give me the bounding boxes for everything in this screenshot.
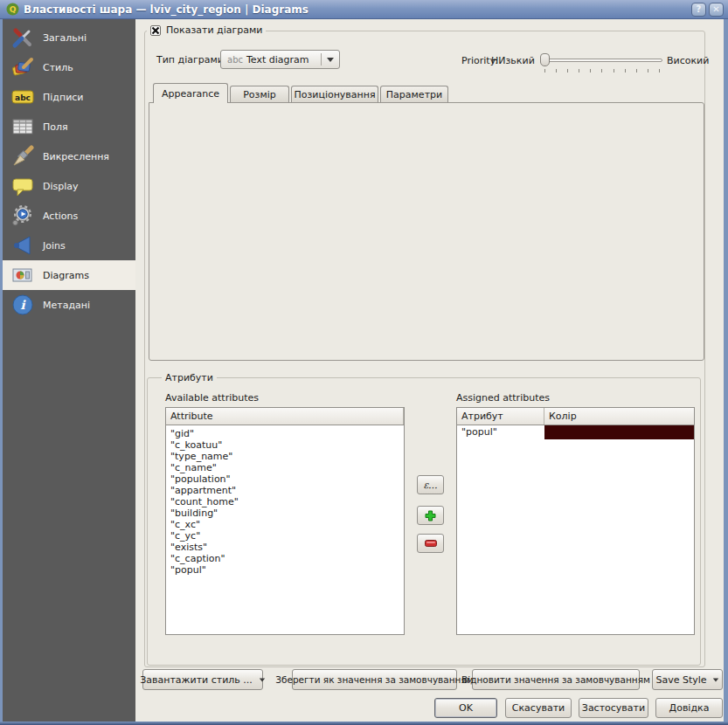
cancel-button[interactable]: Скасувати <box>505 698 572 718</box>
svg-text:abc: abc <box>15 93 31 102</box>
sidebar: Загальні Стиль abc Підписи <box>3 19 135 722</box>
attribute-row[interactable]: "c_name" <box>166 462 404 473</box>
table-icon <box>10 114 36 139</box>
titlebar: Q Властивості шара — lviv_city_region | … <box>0 0 728 19</box>
sidebar-item-label: Метадані <box>43 300 90 311</box>
available-attributes-label: Available attributes <box>165 392 259 404</box>
load-style-label: Завантажити стиль ... <box>140 674 253 686</box>
window-close-button[interactable]: ✕ <box>709 3 724 17</box>
attribute-row[interactable]: "c_yc" <box>166 530 404 542</box>
paintbrush-icon <box>10 55 36 79</box>
ok-button[interactable]: OK <box>434 698 497 718</box>
attribute-row[interactable]: "type_name" <box>166 451 404 462</box>
diagram-type-value: Text diagram <box>246 54 321 66</box>
tab-label: Розмір <box>243 89 276 100</box>
priority-slider-handle[interactable] <box>540 53 550 66</box>
diagram-type-combobox[interactable]: abc Text diagram <box>220 50 340 69</box>
available-attributes-table: Attribute "gid" "c_koatuu" "type_name" "… <box>165 407 405 635</box>
window-frame-bottom <box>0 722 728 725</box>
sidebar-item-label: Загальні <box>43 32 87 44</box>
checkbox-checked-icon <box>150 25 161 36</box>
help-button[interactable]: Довідка <box>655 698 723 718</box>
attribute-row[interactable]: "exists" <box>166 542 404 553</box>
tab-pozytsionuvannia[interactable]: Позиціонування <box>291 86 378 103</box>
attribute-row[interactable]: "popul" <box>166 564 404 576</box>
attribute-row[interactable]: "appartment" <box>166 485 404 496</box>
priority-slider-ticks <box>544 69 660 72</box>
diagrams-page: Показати діаграми Тип діаграми abc Text … <box>135 19 724 722</box>
assigned-color-cell[interactable] <box>544 425 694 439</box>
sidebar-item-display[interactable]: Display <box>3 171 135 201</box>
sidebar-item-label: Joins <box>43 240 66 252</box>
sidebar-item-pidpysy[interactable]: abc Підписи <box>3 82 135 112</box>
sidebar-item-label: Diagrams <box>43 270 89 281</box>
save-style-button[interactable]: Save Style <box>652 669 723 690</box>
sidebar-item-label: Стиль <box>43 62 73 73</box>
window-title: Властивості шара — lviv_city_region | Di… <box>24 3 689 16</box>
sidebar-item-joins[interactable]: Joins <box>3 231 135 260</box>
sidebar-item-metadani[interactable]: i Метадані <box>3 290 135 320</box>
gear-play-icon <box>10 204 36 228</box>
sidebar-item-label: Викреслення <box>43 151 109 162</box>
qgis-logo-icon: Q <box>6 3 19 16</box>
sidebar-item-label: Поля <box>43 121 68 133</box>
attribute-row[interactable]: "c_xc" <box>166 519 404 530</box>
sidebar-item-actions[interactable]: Actions <box>3 201 135 231</box>
tab-label: Appearance <box>162 88 219 100</box>
svg-text:Q: Q <box>10 5 17 14</box>
assigned-table-header: Атрибут Колір <box>457 408 694 425</box>
add-attribute-button[interactable] <box>417 506 444 525</box>
chevron-down-icon <box>260 678 265 681</box>
attribute-row[interactable]: "gid" <box>166 428 404 439</box>
save-style-label: Save Style <box>655 674 706 686</box>
layer-properties-dialog: Q Властивості шара — lviv_city_region | … <box>0 0 728 725</box>
save-as-default-button[interactable]: Зберегти як значення за замовчуванням <box>292 669 457 690</box>
attribute-column-header[interactable]: Attribute <box>166 408 404 425</box>
sidebar-item-vykreslennia[interactable]: Викреслення <box>3 142 135 171</box>
attribute-row[interactable]: "population" <box>166 473 404 485</box>
sidebar-item-styl[interactable]: Стиль <box>3 52 135 82</box>
available-table-body: "gid" "c_koatuu" "type_name" "c_name" "p… <box>166 425 404 576</box>
priority-low-label: НИзький <box>491 55 535 66</box>
color-column-header[interactable]: Колір <box>544 408 694 425</box>
restore-default-button[interactable]: Відновити значення за замовчуванням <box>472 669 640 690</box>
sidebar-item-label: Display <box>43 181 79 192</box>
expression-button[interactable]: ε... <box>417 475 444 494</box>
attribute-row[interactable]: "c_caption" <box>166 553 404 564</box>
sidebar-item-diagrams[interactable]: Diagrams <box>3 260 135 290</box>
sidebar-item-zahalni[interactable]: Загальні <box>3 23 135 52</box>
available-table-header: Attribute <box>166 408 404 425</box>
appearance-tab-panel <box>149 102 704 361</box>
attribute-row[interactable]: "building" <box>166 508 404 519</box>
minus-icon <box>425 540 437 547</box>
show-diagrams-label: Показати діаграми <box>166 24 262 36</box>
attribute-row[interactable]: "c_koatuu" <box>166 439 404 451</box>
priority-slider[interactable] <box>542 59 662 62</box>
chevron-down-icon <box>712 678 718 681</box>
join-arrow-icon <box>10 233 36 258</box>
tab-appearance[interactable]: Appearance <box>153 83 228 103</box>
tab-label: Параметри <box>386 89 442 100</box>
tab-parametry[interactable]: Параметри <box>380 86 448 103</box>
diagram-type-label: Тип діаграми <box>156 54 224 66</box>
assigned-attribute-cell[interactable]: "popul" <box>457 425 544 439</box>
plus-icon <box>425 510 436 521</box>
diagram-chart-icon <box>10 263 36 287</box>
sidebar-item-polia[interactable]: Поля <box>3 112 135 142</box>
tools-icon <box>10 25 36 50</box>
window-help-button[interactable]: ? <box>691 3 706 17</box>
assigned-attributes-label: Assigned attributes <box>456 392 550 404</box>
assigned-attributes-table: Атрибут Колір "popul" <box>456 407 695 635</box>
attribute-row[interactable]: "count_home" <box>166 496 404 508</box>
apply-button[interactable]: Застосувати <box>579 698 648 718</box>
speech-bubble-icon <box>10 174 36 198</box>
sidebar-item-label: Підписи <box>43 92 83 103</box>
assigned-row[interactable]: "popul" <box>457 425 694 439</box>
attribute-column-header[interactable]: Атрибут <box>457 408 544 425</box>
sidebar-item-label: Actions <box>43 211 78 222</box>
tab-rozmir[interactable]: Розмір <box>230 86 289 103</box>
brush-icon <box>10 144 36 169</box>
show-diagrams-checkbox[interactable]: Показати діаграми <box>147 24 266 36</box>
load-style-button[interactable]: Завантажити стиль ... <box>142 669 263 690</box>
remove-attribute-button[interactable] <box>417 534 444 553</box>
